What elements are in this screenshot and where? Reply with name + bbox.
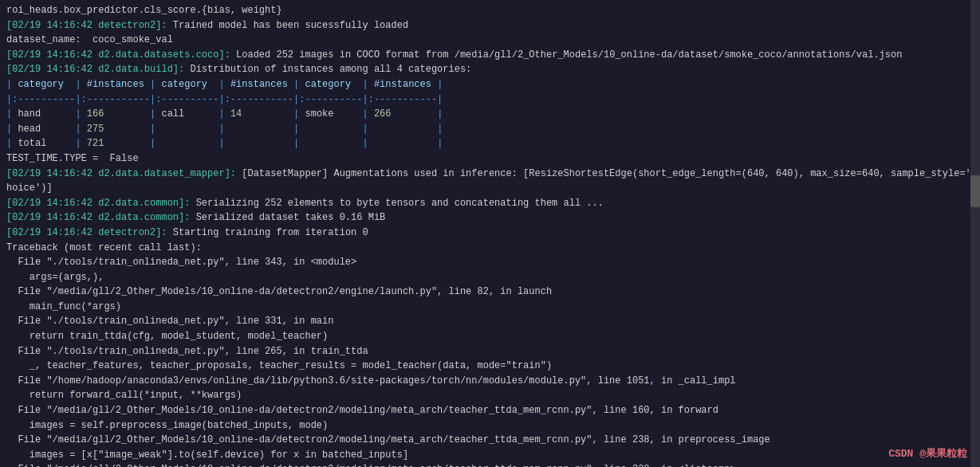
table-data-row-1: | hand | 166 | call | 14 | smoke | 266 | — [0, 107, 980, 122]
line-forward-call: return forward_call(*input, **kwargs) — [0, 388, 980, 403]
line-dataset-mapper: [02/19 14:16:42 d2.data.dataset_mapper]:… — [0, 167, 980, 182]
terminal: roi_heads.box_predictor.cls_score.{bias,… — [0, 0, 980, 467]
line-serializing: [02/19 14:16:42 d2.data.common]: Seriali… — [0, 196, 980, 211]
line-return-train: return train_ttda(cfg, model_student, mo… — [0, 329, 980, 344]
line-roi-heads: roi_heads.box_predictor.cls_score.{bias,… — [0, 3, 980, 18]
line-args: args=(args,), — [0, 270, 980, 285]
table-data-row-3: | total | 721 | | | | | — [0, 136, 980, 151]
line-serialized: [02/19 14:16:42 d2.data.common]: Seriali… — [0, 210, 980, 226]
line-main-func: main_func(*args) — [0, 300, 980, 315]
line-starting-training: [02/19 14:16:42 detectron2]: Starting tr… — [0, 226, 980, 241]
table-sep-row: |:----------|:-----------|:----------|:-… — [0, 92, 980, 108]
line-file-7: File "/media/gll/2_Other_Models/10_onlin… — [0, 433, 980, 448]
line-file-4: File "./tools/train_onlineda_net.py", li… — [0, 344, 980, 359]
table-header-row: | category | #instances | category | #in… — [0, 77, 980, 92]
table-data-row-2: | head | 275 | | | | | — [0, 122, 980, 137]
line-loaded-images: [02/19 14:16:42 d2.data.datasets.coco]: … — [0, 48, 980, 63]
line-file-6: File "/media/gll/2_Other_Models/10_onlin… — [0, 403, 980, 418]
line-file-5: File "/home/hadoop/anaconda3/envs/online… — [0, 374, 980, 389]
line-choice: hoice')] — [0, 181, 980, 196]
watermark: CSDN @果果粒粒 — [888, 446, 967, 461]
scrollbar-thumb[interactable] — [970, 175, 980, 207]
line-file-2: File "/media/gll/2_Other_Models/10_onlin… — [0, 285, 980, 300]
scrollbar[interactable] — [970, 0, 980, 467]
line-distribution: [02/19 14:16:42 d2.data.build]: Distribu… — [0, 62, 980, 77]
line-traceback: Traceback (most recent call last): — [0, 241, 980, 256]
line-image-weak-1: images = [x["image_weak"].to(self.device… — [0, 448, 980, 463]
line-preprocess: images = self.preprocess_image(batched_i… — [0, 418, 980, 434]
line-test-time: TEST_TIME.TYPE = False — [0, 151, 980, 167]
line-teacher-features: _, teacher_features, teacher_proposals, … — [0, 359, 980, 374]
line-file-8: File "/media/gll/2_Other_Models/10_onlin… — [0, 462, 980, 467]
line-file-3: File "./tools/train_onlineda_net.py", li… — [0, 314, 980, 329]
line-dataset-name: dataset_name: coco_smoke_val — [0, 33, 980, 48]
line-file-1: File "./tools/train_onlineda_net.py", li… — [0, 255, 980, 270]
line-model-loaded: [02/19 14:16:42 detectron2]: Trained mod… — [0, 18, 980, 33]
